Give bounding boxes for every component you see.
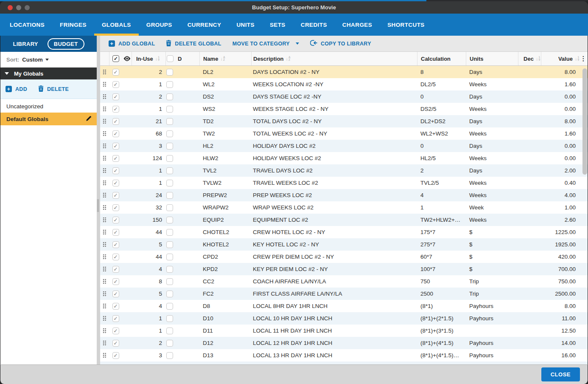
description-cell[interactable]: HOLIDAY WEEKS LOC #2	[251, 152, 417, 164]
d-checkbox[interactable]: ✓	[166, 340, 173, 347]
description-cell[interactable]: KEY PER DIEM LOC #2 - NY	[251, 263, 417, 275]
description-cell[interactable]: WEEKS LOCATION #2 -NY	[251, 78, 417, 90]
drag-handle-icon[interactable]	[103, 119, 106, 124]
row-checkbox[interactable]: ✓	[112, 118, 119, 125]
d-checkbox[interactable]: ✓	[166, 291, 173, 297]
table-row[interactable]: ✓5✓FC2FIRST CLASS AIRFARE LA/NY/LA2500Tr…	[100, 288, 588, 300]
name-cell[interactable]: D13	[199, 349, 251, 361]
row-checkbox[interactable]: ✓	[112, 291, 119, 297]
tab-charges[interactable]: CHARGES	[335, 14, 380, 36]
drag-handle-icon[interactable]	[103, 279, 106, 284]
units-cell[interactable]: Weeks	[466, 103, 518, 115]
d-checkbox[interactable]: ✓	[166, 328, 173, 334]
dec-cell[interactable]	[518, 152, 541, 164]
table-row[interactable]: ✓4✓KPD2KEY PER DIEM LOC #2 - NY100*7$700…	[100, 263, 588, 275]
drag-handle-icon[interactable]	[103, 229, 106, 235]
name-cell[interactable]: CPD2	[199, 251, 251, 263]
description-cell[interactable]: LOCAL 12 HR DAY 1HR LNCH	[251, 337, 417, 349]
column-header-dec[interactable]: Dec↓19	[518, 52, 541, 65]
calculation-cell[interactable]: (8*1)+(2*1.5)	[417, 312, 466, 325]
close-window-icon[interactable]	[8, 5, 13, 10]
vertical-scrollbar[interactable]	[582, 68, 587, 175]
dec-cell[interactable]	[518, 78, 541, 90]
table-row[interactable]: ✓68✓TW2TOTAL WEEKS LOC #2 - NYWL2+WS2Wee…	[100, 127, 588, 140]
drag-handle-icon[interactable]	[103, 291, 106, 296]
d-checkbox[interactable]: ✓	[166, 352, 173, 359]
calculation-cell[interactable]: (8*1)	[417, 300, 466, 312]
drag-handle-icon[interactable]	[103, 316, 106, 321]
units-cell[interactable]: $	[466, 251, 518, 263]
row-checkbox[interactable]: ✓	[112, 278, 119, 285]
drag-handle-icon[interactable]	[103, 69, 106, 75]
description-cell[interactable]: DAYS LOCATION #2 - NY	[251, 66, 417, 78]
drag-handle-icon[interactable]	[103, 217, 106, 223]
table-row[interactable]: ✓2✓D12LOCAL 12 HR DAY 1HR LNCH(8*1)+(4*1…	[100, 337, 588, 349]
eye-icon[interactable]	[122, 52, 132, 65]
drag-handle-icon[interactable]	[103, 205, 106, 210]
dec-cell[interactable]	[518, 66, 541, 78]
table-row[interactable]: ✓44✓CHOTEL2CREW HOTEL LOC #2 - NY175*7$1…	[100, 226, 588, 238]
column-header-name[interactable]: Name↓AZ	[199, 52, 251, 65]
d-checkbox[interactable]: ✓	[166, 229, 173, 236]
table-row[interactable]: ✓8✓CC2COACH AIRFARE LA/NY/LA750Trip750.0…	[100, 275, 588, 288]
calculation-cell[interactable]: 2	[417, 164, 466, 177]
name-cell[interactable]: CHOTEL2	[199, 226, 251, 238]
name-cell[interactable]: D11	[199, 325, 251, 337]
dec-cell[interactable]	[518, 263, 541, 275]
dec-cell[interactable]	[518, 214, 541, 226]
dec-cell[interactable]	[518, 349, 541, 361]
row-checkbox[interactable]: ✓	[112, 180, 119, 186]
description-cell[interactable]: CREW PER DIEM LOC #2 - NY	[251, 251, 417, 263]
d-checkbox[interactable]: ✓	[166, 217, 173, 223]
units-cell[interactable]: Trip	[466, 288, 518, 300]
units-cell[interactable]: Days	[466, 115, 518, 127]
row-checkbox[interactable]: ✓	[112, 204, 119, 211]
units-cell[interactable]: $	[466, 238, 518, 251]
d-checkbox[interactable]: ✓	[166, 81, 173, 88]
drag-handle-icon[interactable]	[103, 131, 106, 136]
table-row[interactable]: ✓44✓CPD2CREW PER DIEM LOC #2 - NY60*7$42…	[100, 251, 588, 263]
description-cell[interactable]: DAYS STAGE LOC #2 -NY	[251, 90, 417, 103]
add-category-button[interactable]: ADD	[6, 86, 27, 92]
row-checkbox[interactable]: ✓	[112, 130, 119, 137]
value-cell[interactable]: 0.40	[541, 177, 579, 189]
calculation-cell[interactable]: (8*1)+(4*1.5)…	[417, 349, 466, 361]
dec-cell[interactable]	[518, 201, 541, 214]
sort-dropdown[interactable]: Custom	[22, 56, 48, 63]
row-checkbox[interactable]: ✓	[112, 217, 119, 223]
dec-cell[interactable]	[518, 337, 541, 349]
units-cell[interactable]	[466, 325, 518, 337]
units-cell[interactable]: $	[466, 226, 518, 238]
table-row[interactable]: ✓4✓D8LOCAL 8HR DAY 1HR LNCH(8*1)Payhours…	[100, 300, 588, 312]
dec-cell[interactable]	[518, 251, 541, 263]
value-cell[interactable]: 0.00	[541, 140, 579, 152]
value-cell[interactable]: 16.00	[541, 349, 579, 361]
calculation-cell[interactable]: WL2+WS2	[417, 127, 466, 140]
column-header-calc[interactable]: Calculation	[417, 52, 466, 65]
calculation-cell[interactable]: DS2/5	[417, 103, 466, 115]
value-cell[interactable]: 4.00	[541, 189, 579, 201]
d-checkbox[interactable]: ✓	[166, 93, 173, 100]
value-cell[interactable]: 2500.00	[541, 288, 579, 300]
calculation-cell[interactable]: 8	[417, 66, 466, 78]
row-checkbox[interactable]: ✓	[112, 303, 119, 310]
tab-credits[interactable]: CREDITS	[293, 14, 335, 36]
units-cell[interactable]: Weeks	[466, 127, 518, 140]
calculation-cell[interactable]: 0	[417, 140, 466, 152]
column-menu-icon[interactable]: ⋮	[579, 52, 588, 65]
calculation-cell[interactable]: 4	[417, 189, 466, 201]
column-header-desc[interactable]: Description↓AZ	[251, 52, 417, 65]
name-cell[interactable]: HLW2	[199, 152, 251, 164]
table-row[interactable]: ✓21✓TD2TOTAL DAYS LOC #2 - NYDL2+DS2Days…	[100, 115, 588, 127]
tab-locations[interactable]: LOCATIONS	[2, 14, 52, 36]
value-cell[interactable]: 0.00	[541, 90, 579, 103]
d-select-all-checkbox[interactable]: ✓	[167, 55, 174, 62]
calculation-cell[interactable]: HL2/5	[417, 152, 466, 164]
name-cell[interactable]: KPD2	[199, 263, 251, 275]
units-cell[interactable]: $	[466, 263, 518, 275]
column-header-in_use[interactable]: In-Use↓19	[132, 52, 165, 65]
d-checkbox[interactable]: ✓	[166, 278, 173, 285]
dec-cell[interactable]	[518, 325, 541, 337]
calculation-cell[interactable]: 100*7	[417, 263, 466, 275]
d-checkbox[interactable]: ✓	[166, 254, 173, 260]
